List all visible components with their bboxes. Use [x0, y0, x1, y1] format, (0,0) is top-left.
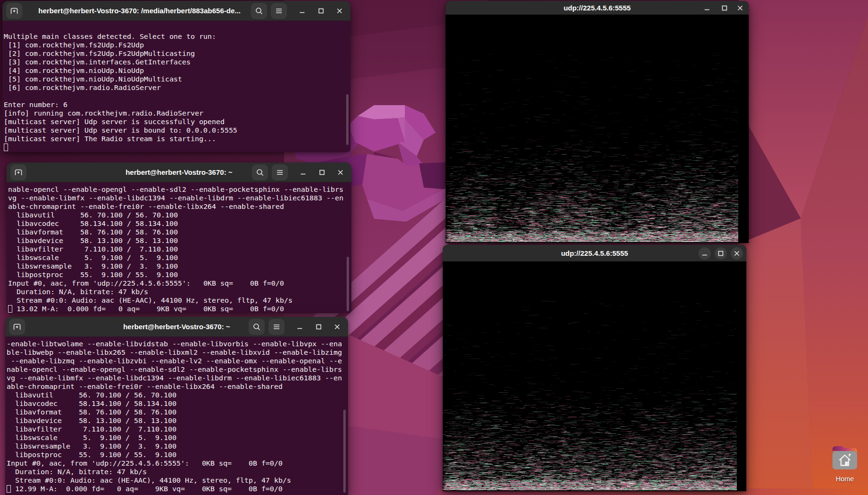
terminal-cursor — [8, 305, 12, 313]
maximize-icon — [315, 323, 322, 331]
search-icon — [255, 7, 263, 15]
video-window-2: udp://225.4.5.6:5555 — [443, 245, 746, 491]
maximize-button[interactable] — [719, 2, 730, 14]
video-window-1: udp://225.4.5.6:5555 — [446, 1, 749, 243]
search-button[interactable] — [251, 3, 267, 19]
audio-spectrum-visualization — [443, 261, 746, 491]
close-icon — [736, 4, 744, 12]
terminal-3-titlebar[interactable]: herbert@herbert-Vostro-3670: ~ — [5, 317, 348, 337]
new-tab-icon — [10, 7, 18, 15]
terminal-3-scrollbar[interactable] — [343, 410, 346, 493]
search-icon — [252, 323, 261, 331]
terminal-2-output-area[interactable]: nable-opencl --enable-opengl --enable-sd… — [7, 182, 351, 313]
terminal-1-output-area[interactable]: Multiple main classes detected. Select o… — [2, 21, 350, 152]
maximize-icon — [717, 250, 725, 257]
close-icon — [333, 323, 341, 331]
terminal-1-titlebar[interactable]: herbert@herbert-Vostro-3670: /media/herb… — [2, 1, 350, 21]
search-button[interactable] — [249, 319, 265, 335]
maximize-button[interactable] — [715, 247, 727, 260]
hamburger-menu-icon — [275, 7, 283, 15]
minimize-icon — [296, 323, 304, 331]
menu-button[interactable] — [272, 164, 288, 180]
minimize-icon — [701, 250, 708, 257]
audio-spectrum-visualization — [446, 15, 749, 243]
hamburger-menu-icon — [272, 323, 281, 331]
terminal-3-output-area[interactable]: -enable-libtwolame --enable-libvidstab -… — [5, 337, 348, 495]
menu-button[interactable] — [268, 319, 285, 335]
minimize-icon — [298, 7, 306, 15]
close-button[interactable] — [334, 5, 345, 17]
terminal-1-title: herbert@herbert-Vostro-3670: /media/herb… — [29, 1, 250, 21]
maximize-button[interactable] — [315, 5, 327, 17]
terminal-1-output: Multiple main classes detected. Select o… — [2, 21, 350, 143]
minimize-button[interactable] — [294, 321, 305, 333]
terminal-window-1: herbert@herbert-Vostro-3670: /media/herb… — [2, 1, 350, 152]
minimize-icon — [703, 4, 711, 12]
terminal-2-output: nable-opencl --enable-opengl --enable-sd… — [7, 182, 351, 313]
search-icon — [256, 168, 264, 177]
close-button[interactable] — [331, 321, 343, 333]
close-icon — [733, 250, 741, 257]
video-2-titlebar[interactable]: udp://225.4.5.6:5555 — [443, 245, 746, 261]
maximize-icon — [721, 4, 728, 12]
minimize-button[interactable] — [698, 247, 711, 260]
maximize-icon — [318, 169, 326, 176]
close-icon — [336, 7, 343, 15]
maximize-icon — [317, 7, 325, 15]
menu-button[interactable] — [271, 3, 287, 19]
terminal-2-titlebar[interactable]: herbert@herbert-Vostro-3670: ~ — [7, 162, 351, 182]
minimize-button[interactable] — [297, 167, 309, 178]
terminal-1-scrollbar[interactable] — [346, 94, 349, 145]
terminal-window-2: herbert@herbert-Vostro-3670: ~ — [7, 162, 351, 313]
home-icon-label: Home — [826, 475, 864, 483]
new-tab-button[interactable] — [6, 3, 22, 19]
search-button[interactable] — [252, 164, 268, 180]
terminal-window-3: herbert@herbert-Vostro-3670: ~ — [5, 317, 348, 495]
maximize-button[interactable] — [313, 321, 324, 333]
hamburger-menu-icon — [276, 168, 284, 177]
terminal-cursor — [7, 485, 11, 493]
close-button[interactable] — [335, 167, 346, 178]
minimize-button[interactable] — [296, 5, 308, 17]
close-button[interactable] — [734, 2, 746, 14]
minimize-icon — [299, 169, 307, 176]
minimize-button[interactable] — [701, 2, 713, 14]
close-button[interactable] — [731, 247, 743, 260]
desktop-icon-home[interactable]: Home — [826, 444, 864, 483]
terminal-2-scrollbar[interactable] — [347, 257, 349, 311]
maximize-button[interactable] — [316, 167, 328, 178]
video-1-titlebar[interactable]: udp://225.4.5.6:5555 — [446, 1, 749, 15]
home-folder-icon — [831, 444, 859, 471]
close-icon — [337, 169, 344, 176]
terminal-3-output: -enable-libtwolame --enable-libvidstab -… — [5, 337, 348, 493]
desktop: herbert@herbert-Vostro-3670: /media/herb… — [0, 0, 868, 495]
terminal-cursor — [4, 144, 8, 151]
